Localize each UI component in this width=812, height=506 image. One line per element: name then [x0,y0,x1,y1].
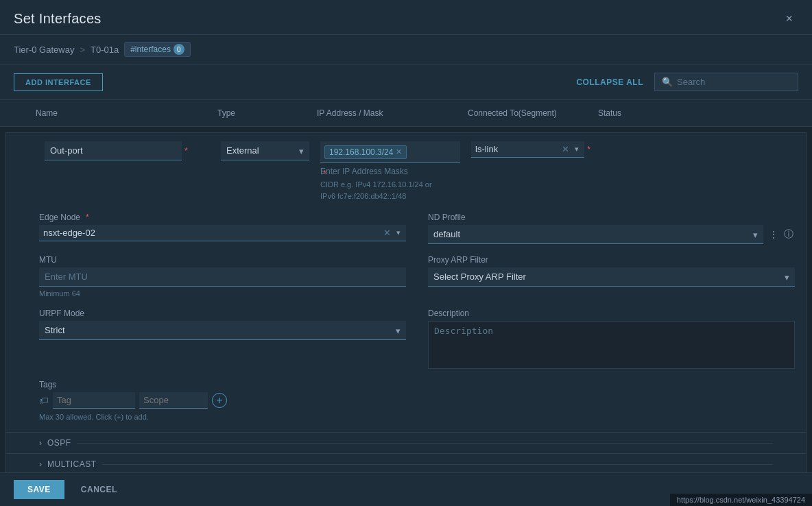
table-header: Name Type IP Address / Mask Connected To… [0,100,812,127]
mtu-row: MTU Minimum 64 [39,255,406,298]
connected-value: ls-link [475,144,558,154]
ip-tag-close-button[interactable]: ✕ [396,147,402,156]
th-status: Status [590,106,686,121]
multicast-divider-line [102,464,773,465]
name-input[interactable] [45,141,182,160]
toolbar: ADD INTERFACE COLLAPSE ALL 🔍 [0,64,812,100]
th-name: Name [27,106,209,121]
th-ip: IP Address / Mask [309,106,459,121]
expand-cell [12,141,39,144]
ospf-chevron-icon: › [39,438,42,448]
ip-cell: 192.168.100.3/24 ✕ * Enter IP Address Ma… [315,141,466,202]
connected-field[interactable]: ls-link ✕ ▾ [471,141,584,158]
tag-add-button[interactable]: + [212,393,227,408]
interface-row-header: * External Service Loopback [6,133,806,210]
name-cell: * [39,141,215,160]
mtu-hint: Minimum 64 [39,289,406,298]
type-cell: External Service Loopback [215,141,315,160]
mtu-input[interactable] [39,267,406,287]
breadcrumb-tag-count: 0 [174,44,184,55]
tags-label: Tags [39,380,406,389]
ip-hint: CIDR e.g. IPv4 172.16.10.1/24 orIPv6 fc7… [320,179,460,202]
urpf-select-wrapper: Strict None [39,321,406,340]
urpf-row: URPF Mode Strict None [39,309,406,369]
search-box: 🔍 [654,73,798,91]
ip-tag: 192.168.100.3/24 ✕ [324,145,407,159]
scope-input[interactable] [139,392,208,409]
ip-tag-value: 192.168.100.3/24 [329,147,393,157]
nd-profile-more-button[interactable]: ⋮ [767,228,780,241]
mtu-label: MTU [39,255,406,265]
edge-node-required-star: * [86,213,89,222]
content-area: * External Service Loopback [0,127,812,472]
collapse-all-button[interactable]: COLLAPSE ALL [576,77,643,87]
url-bar: https://blog.csdn.net/weixin_43394724 [670,494,812,506]
proxy-arp-label: Proxy ARP Filter [428,255,795,265]
search-input[interactable] [677,77,791,87]
connected-required-star: * [587,145,590,154]
breadcrumb-tag-label: #interfaces [130,45,171,54]
ip-required-star: * [323,169,326,178]
edge-node-row: Edge Node * nsxt-edge-02 ✕ ▾ [39,213,406,244]
th-expand [0,106,27,121]
name-required-star: * [184,146,188,156]
edge-node-dropdown-button[interactable]: ▾ [395,228,402,237]
ip-tag-area[interactable]: 192.168.100.3/24 ✕ [320,141,460,163]
edge-node-value: nsxt-edge-02 [43,228,379,238]
nd-profile-select-wrapper: default [428,225,763,244]
modal-header: Set Interfaces × [0,0,812,35]
tag-input[interactable] [53,392,135,409]
ospf-label: OSPF [47,438,71,448]
nd-profile-select[interactable]: default [428,225,763,244]
search-icon: 🔍 [662,77,673,87]
connected-cell: ls-link ✕ ▾ * [466,141,596,158]
breadcrumb: Tier-0 Gateway > T0-01a #interfaces 0 [0,35,812,64]
type-select[interactable]: External Service Loopback [221,141,309,160]
tag-icon: 🏷 [39,395,49,406]
urpf-label: URPF Mode [39,309,406,318]
breadcrumb-name: T0-01a [91,45,119,55]
nd-actions: ⋮ ⓘ [767,227,795,242]
tags-row: 🏷 + [39,392,406,409]
proxy-arp-select[interactable]: Select Proxy ARP Filter [428,267,795,287]
tags-section: 🏷 + Max 30 allowed. Click (+) to add. [39,392,406,421]
breadcrumb-tag[interactable]: #interfaces 0 [124,42,191,57]
nd-profile-info-button[interactable]: ⓘ [783,227,795,242]
ip-address-placeholder: Enter IP Address Masks [320,167,408,176]
edge-node-field[interactable]: nsxt-edge-02 ✕ ▾ [39,225,406,241]
close-button[interactable]: × [780,10,798,27]
nd-profile-label: ND Profile [428,213,795,222]
edge-node-label: Edge Node * [39,213,406,222]
description-textarea[interactable] [428,321,795,369]
breadcrumb-separator: > [80,45,85,55]
proxy-arp-select-wrapper: Select Proxy ARP Filter [428,267,795,287]
ospf-section[interactable]: › OSPF [6,432,806,453]
multicast-chevron-icon: › [39,459,42,469]
multicast-label: MULTICAST [47,459,97,469]
modal-overlay: Set Interfaces × Tier-0 Gateway > T0-01a… [0,0,812,506]
add-interface-button[interactable]: ADD INTERFACE [14,73,103,91]
th-connected: Connected To(Segment) [459,106,590,121]
description-label: Description [428,309,795,318]
description-row: Description [428,309,795,369]
th-type: Type [209,106,309,121]
save-button[interactable]: SAVE [14,480,64,499]
connected-dropdown-button[interactable]: ▾ [573,145,580,154]
nd-profile-field: default ⋮ ⓘ [428,225,795,244]
breadcrumb-tier: Tier-0 Gateway [14,45,74,55]
nd-profile-row: ND Profile default ⋮ ⓘ [428,213,795,244]
ospf-divider-line [77,443,773,444]
connected-clear-button[interactable]: ✕ [560,144,571,154]
proxy-arp-row: Proxy ARP Filter Select Proxy ARP Filter [428,255,795,298]
interface-row: * External Service Loopback [5,132,807,472]
toolbar-right: COLLAPSE ALL 🔍 [576,73,798,91]
urpf-select[interactable]: Strict None [39,321,406,340]
multicast-section[interactable]: › MULTICAST [6,453,806,472]
tags-hint: Max 30 allowed. Click (+) to add. [39,413,406,421]
interface-details: Edge Node * nsxt-edge-02 ✕ ▾ ND Profile [6,210,806,432]
type-select-wrapper: External Service Loopback [221,141,309,160]
tags-row-container: Tags 🏷 + Max 30 allowed. Click (+) to ad… [39,380,406,421]
cancel-button[interactable]: CANCEL [73,480,126,499]
edge-node-clear-button[interactable]: ✕ [382,228,392,238]
modal-title: Set Interfaces [14,11,102,27]
